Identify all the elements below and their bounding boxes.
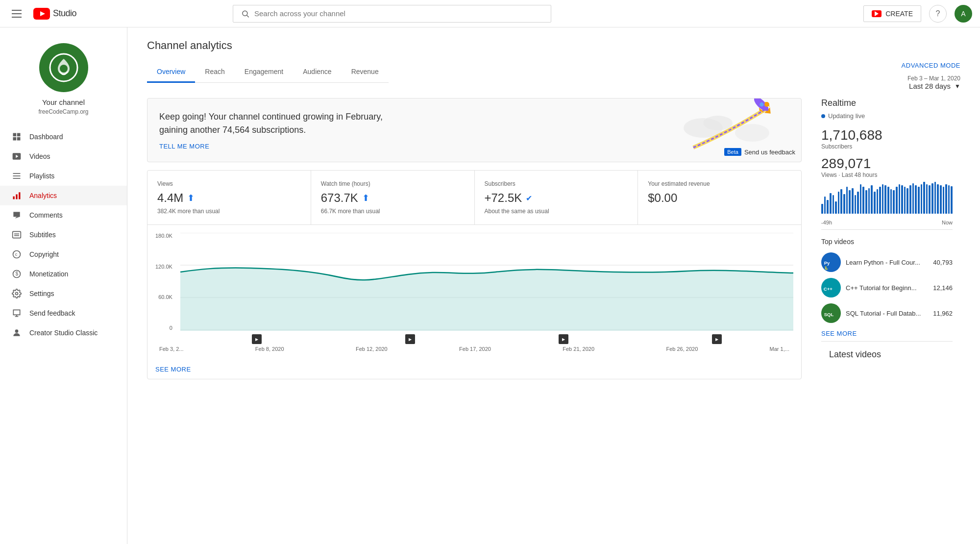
search-bar[interactable]: [233, 5, 551, 23]
revenue-label: Your estimated revenue: [648, 180, 791, 187]
banner-feedback: Beta Send us feedback: [724, 148, 795, 156]
sidebar-item-comments[interactable]: Comments: [0, 205, 127, 225]
mini-bar: [912, 183, 914, 214]
tab-revenue[interactable]: Revenue: [342, 62, 389, 83]
svg-rect-9: [17, 137, 21, 141]
studio-label: Studio: [53, 8, 76, 19]
creator-studio-label: Creator Studio Classic: [29, 329, 98, 337]
settings-icon: [12, 289, 22, 298]
mini-bar: [884, 185, 886, 214]
tab-engagement[interactable]: Engagement: [235, 62, 293, 83]
sql-video-info: SQL Tutorial - Full Datab...: [846, 310, 928, 317]
dashboard-icon: [12, 132, 22, 142]
mini-bar: [879, 187, 881, 214]
tab-overview[interactable]: Overview: [147, 62, 195, 83]
mini-bar: [857, 192, 859, 214]
search-input[interactable]: [254, 9, 543, 18]
content-area: Keep going! Your channel continued growi…: [147, 90, 960, 379]
views-label: Views: [157, 180, 301, 187]
chart-date-6: Mar 1,...: [770, 346, 789, 352]
avatar-initials: A: [961, 10, 965, 18]
realtime-see-more-link[interactable]: SEE MORE: [821, 330, 953, 337]
mini-bar: [830, 193, 832, 214]
date-range[interactable]: Feb 3 – Mar 1, 2020 Last 28 days ▼: [907, 75, 960, 90]
mini-bar: [855, 195, 857, 214]
main-panel: Keep going! Your channel continued growi…: [147, 90, 813, 379]
tab-reach[interactable]: Reach: [195, 62, 234, 83]
sidebar-item-subtitles[interactable]: Subtitles: [0, 225, 127, 245]
chart-date-0: Feb 3, 2...: [159, 346, 184, 352]
mini-bar: [882, 184, 884, 214]
youtube-logo-icon: [33, 8, 50, 20]
advanced-mode-button[interactable]: ADVANCED MODE: [902, 62, 960, 69]
help-button[interactable]: ?: [929, 5, 947, 23]
svg-point-28: [703, 116, 733, 130]
mini-bar: [846, 187, 848, 214]
chart-dates: Feb 3, 2... Feb 8, 2020 Feb 12, 2020 Feb…: [155, 346, 793, 356]
videos-icon: [12, 151, 22, 161]
cpp-video-title: C++ Tutorial for Beginn...: [846, 284, 928, 292]
chart-y-label-60: 60.0K: [155, 294, 172, 300]
video-item-cpp[interactable]: C++ C++ Tutorial for Beginn... 12,146: [821, 275, 953, 300]
send-feedback-icon: [12, 308, 22, 318]
sidebar-item-settings[interactable]: Settings: [0, 284, 127, 303]
mini-bar: [852, 188, 854, 214]
sidebar-item-analytics[interactable]: Analytics: [0, 186, 127, 205]
videos-label: Videos: [29, 152, 50, 160]
video-item-sql[interactable]: SQL SQL Tutorial - Full Datab... 11,962: [821, 300, 953, 326]
chart-date-2: Feb 12, 2020: [356, 346, 388, 352]
channel-avatar[interactable]: [39, 43, 88, 92]
chart-play-icon-1[interactable]: [252, 334, 262, 344]
analytics-tabs: Overview Reach Engagement Audience Reven…: [147, 62, 389, 83]
chart-play-icon-2[interactable]: [405, 334, 415, 344]
svg-point-29: [735, 124, 769, 142]
mini-bar: [865, 190, 867, 214]
chart-play-icon-3[interactable]: [559, 334, 568, 344]
chart-see-more-link[interactable]: SEE MORE: [147, 360, 801, 379]
sidebar-item-playlists[interactable]: Playlists: [0, 166, 127, 186]
mini-bar: [896, 187, 898, 214]
chart-play-icon-4[interactable]: [712, 334, 722, 344]
python-thumb: Py 🐍: [821, 252, 841, 272]
page-title: Channel analytics: [147, 39, 960, 52]
logo[interactable]: Studio: [33, 8, 76, 20]
mini-bar: [840, 189, 842, 214]
banner-feedback-link[interactable]: Send us feedback: [744, 148, 795, 156]
sidebar-item-dashboard[interactable]: Dashboard: [0, 127, 127, 147]
tab-audience[interactable]: Audience: [293, 62, 341, 83]
latest-videos-title: Latest videos: [821, 346, 953, 364]
python-video-title: Learn Python - Full Cour...: [846, 259, 928, 266]
realtime-chart: [821, 184, 953, 214]
mini-bar: [904, 187, 906, 214]
sidebar-item-videos[interactable]: Videos: [0, 147, 127, 166]
chart-y-label-180: 180.0K: [155, 233, 172, 239]
stat-watch-time: Watch time (hours) 673.7K ⬆ 66.7K more t…: [311, 171, 475, 224]
sql-video-title: SQL Tutorial - Full Datab...: [846, 310, 928, 317]
svg-rect-6: [13, 133, 17, 137]
sidebar-item-creator-studio[interactable]: Creator Studio Classic: [0, 323, 127, 343]
python-video-views: 40,793: [933, 259, 953, 266]
tell-me-more-link[interactable]: TELL ME MORE: [159, 143, 703, 150]
subscribers-note: About the same as usual: [485, 208, 628, 215]
header: Studio CREATE ? A: [0, 0, 980, 27]
svg-point-26: [15, 329, 19, 333]
mini-bar: [915, 185, 917, 214]
mini-bar: [934, 182, 936, 214]
mini-bar: [951, 186, 953, 214]
dashboard-label: Dashboard: [29, 133, 63, 141]
mini-bar: [843, 194, 845, 214]
sidebar-item-send-feedback[interactable]: Send feedback: [0, 303, 127, 323]
svg-text:🐍: 🐍: [824, 266, 829, 270]
video-item-python[interactable]: Py 🐍 Learn Python - Full Cour... 40,793: [821, 249, 953, 275]
sql-video-views: 11,962: [933, 310, 953, 317]
menu-button[interactable]: [8, 6, 25, 22]
sidebar-item-copyright[interactable]: c Copyright: [0, 245, 127, 264]
chart-time-right: Now: [942, 220, 953, 225]
svg-text:C++: C++: [824, 286, 833, 292]
avatar[interactable]: A: [955, 5, 972, 23]
sidebar-item-monetization[interactable]: $ Monetization: [0, 264, 127, 284]
right-panel: Realtime Updating live 1,710,688 Subscri…: [813, 90, 960, 379]
mini-bar: [909, 185, 911, 214]
create-button[interactable]: CREATE: [863, 5, 921, 22]
mini-bar: [862, 187, 864, 214]
